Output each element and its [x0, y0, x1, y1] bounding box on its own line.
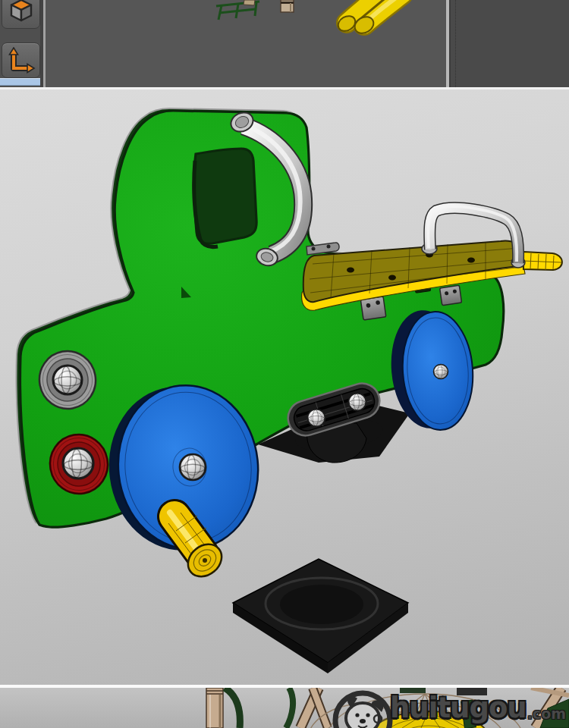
- yellow-slide-model: [335, 0, 402, 36]
- ground-base: [233, 559, 408, 673]
- secondary-viewport-top[interactable]: [46, 0, 446, 87]
- seat-bracket: [440, 285, 462, 305]
- axis-view-button[interactable]: [2, 42, 40, 78]
- top-panel-row: [0, 0, 569, 87]
- green-tube-model: [225, 688, 240, 728]
- wood-post-model: [281, 0, 294, 12]
- main-viewport[interactable]: [0, 87, 569, 688]
- selected-view-strip[interactable]: [0, 78, 40, 86]
- watermark-tld: .com: [527, 705, 566, 722]
- secondary-viewport-bottom[interactable]: huitugou .com: [0, 688, 569, 728]
- screen: huitugou .com: [0, 0, 569, 728]
- green-tube-model: [286, 688, 293, 728]
- cube-icon: [8, 0, 35, 24]
- rail-board: [244, 0, 255, 5]
- top-viewport-canvas: [46, 0, 446, 87]
- watermark: huitugou .com: [328, 688, 569, 728]
- axis-arrows-icon: [7, 47, 36, 74]
- wood-post-model: [206, 688, 223, 728]
- puppy-mascot-icon: [328, 688, 398, 728]
- viewport-toolbar: [0, 0, 40, 87]
- perspective-view-button[interactable]: [2, 0, 40, 29]
- watermark-brand: huitugou: [390, 688, 527, 728]
- side-panel: [449, 0, 569, 87]
- spring-rider-model[interactable]: [0, 89, 569, 685]
